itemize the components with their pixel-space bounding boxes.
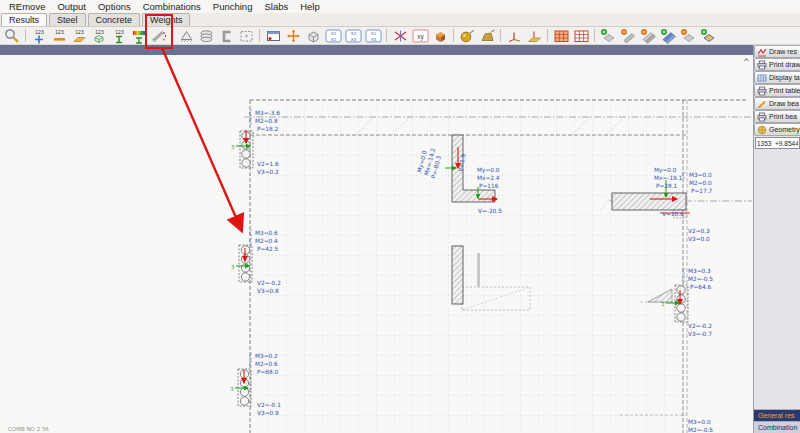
numbers-section-icon[interactable]: 123 xyxy=(109,27,129,44)
support-icon[interactable] xyxy=(176,27,196,44)
section-general-results[interactable]: General res xyxy=(754,409,800,421)
axes-cross-icon[interactable] xyxy=(390,27,410,44)
section-icon[interactable] xyxy=(216,27,236,44)
svg-text:V3=0.0: V3=0.0 xyxy=(688,236,710,242)
drawing-window-titlebar[interactable] xyxy=(0,45,753,55)
svg-text:X2: X2 xyxy=(330,36,336,41)
menu-combinations[interactable]: Combinations xyxy=(137,1,207,12)
application-window: REmove Output Options Combinations Punch… xyxy=(0,0,800,433)
status-combination-text: COMB NO 2 56 xyxy=(8,426,49,432)
tab-steel[interactable]: Steel xyxy=(49,13,86,26)
svg-text:X1: X1 xyxy=(370,31,376,36)
display-table-button[interactable]: Display ta xyxy=(754,71,800,84)
menu-remove[interactable]: REmove xyxy=(3,1,51,12)
panel-body xyxy=(754,150,800,409)
svg-text:V3=0.8: V3=0.8 xyxy=(257,288,279,294)
svg-text:P=64.6: P=64.6 xyxy=(690,284,712,290)
axis-label: 3 xyxy=(230,386,234,392)
svg-text:123: 123 xyxy=(75,28,84,34)
section-combination[interactable]: Combination xyxy=(754,421,800,433)
isometric-icon[interactable] xyxy=(303,27,323,44)
panel-frame-icon[interactable] xyxy=(571,27,591,44)
tab-results[interactable]: Results xyxy=(1,13,47,26)
printer-icon xyxy=(757,60,767,70)
numbers-node-icon[interactable]: 123 xyxy=(29,27,49,44)
printer-icon xyxy=(757,86,767,96)
remove-beam-icon[interactable] xyxy=(618,27,638,44)
svg-text:M3=0.3: M3=0.3 xyxy=(688,268,711,274)
geometry-button[interactable]: Geometry xyxy=(754,123,800,136)
axis-label: 3 xyxy=(661,301,665,307)
view-x1x3-icon[interactable]: X1X3 xyxy=(363,27,383,44)
panel-grid-icon[interactable] xyxy=(551,27,571,44)
svg-text:X3: X3 xyxy=(350,36,356,41)
svg-text:123: 123 xyxy=(115,28,124,34)
svg-text:P=18.2: P=18.2 xyxy=(257,126,279,132)
print-beams-button[interactable]: Print bea xyxy=(754,110,800,123)
menu-slabs[interactable]: Slabs xyxy=(258,1,294,12)
slab-plan-drawing: 3 3 3 3 M3=-3.6 M2=0.8 P=18.2 V2=1.6 V3=… xyxy=(0,55,753,433)
svg-text:P=17.7: P=17.7 xyxy=(691,188,713,194)
print-table-button[interactable]: Print table xyxy=(754,84,800,97)
svg-text:xy: xy xyxy=(417,33,424,41)
menu-options[interactable]: Options xyxy=(92,1,137,12)
tab-concrete[interactable]: Concrete xyxy=(88,13,141,26)
render-cone-icon[interactable] xyxy=(477,27,497,44)
draw-results-button[interactable]: Draw res xyxy=(754,45,800,58)
svg-text:M3=0.0: M3=0.0 xyxy=(688,419,711,425)
results-gradient-icon[interactable] xyxy=(129,27,149,44)
add-slab-icon[interactable] xyxy=(698,27,718,44)
draw-beams-button[interactable]: Draw bea xyxy=(754,97,800,110)
selection-icon[interactable] xyxy=(236,27,256,44)
menu-output[interactable]: Output xyxy=(51,1,92,12)
svg-text:My=0.0: My=0.0 xyxy=(654,167,677,174)
svg-text:M2=-0.5: M2=-0.5 xyxy=(688,276,713,282)
view-x1x2-icon[interactable]: X1X2 xyxy=(323,27,343,44)
table-icon xyxy=(757,73,767,83)
numbers-solid-icon[interactable]: 123 xyxy=(89,27,109,44)
menu-help[interactable]: Help xyxy=(294,1,326,12)
svg-text:M3=0.0: M3=0.0 xyxy=(689,172,712,178)
pencil-icon xyxy=(757,99,767,109)
svg-text:P=116: P=116 xyxy=(479,183,499,189)
add-beams-icon[interactable] xyxy=(658,27,678,44)
svg-text:V3=0.9: V3=0.9 xyxy=(257,410,279,416)
local-axes-icon[interactable] xyxy=(504,27,524,44)
spring-icon[interactable] xyxy=(196,27,216,44)
dimension-lines-icon[interactable] xyxy=(149,27,169,44)
solid-cube-icon[interactable] xyxy=(430,27,450,44)
window-icon[interactable] xyxy=(263,27,283,44)
svg-text:V2=-0.2: V2=-0.2 xyxy=(257,280,281,286)
svg-text:X1: X1 xyxy=(330,31,336,36)
center-wall[interactable] xyxy=(452,246,463,304)
remove-node-icon[interactable] xyxy=(678,27,698,44)
plane-xy-icon[interactable]: xy xyxy=(410,27,430,44)
svg-text:M2=-0.5: M2=-0.5 xyxy=(688,427,713,433)
local-plane-icon[interactable] xyxy=(524,27,544,44)
svg-text:M3=0.2: M3=0.2 xyxy=(255,353,278,359)
view-x2x3-icon[interactable]: X2X3 xyxy=(343,27,363,44)
add-node-icon[interactable] xyxy=(598,27,618,44)
move-icon[interactable] xyxy=(283,27,303,44)
numbers-beam-icon[interactable]: 123 xyxy=(49,27,69,44)
axis-label: 3 xyxy=(231,264,235,270)
right-wall[interactable] xyxy=(612,193,686,210)
remove-beams-icon[interactable] xyxy=(638,27,658,44)
coordinate-field[interactable] xyxy=(755,137,800,149)
svg-text:V=10.6: V=10.6 xyxy=(662,211,684,217)
zoom-icon[interactable] xyxy=(2,27,22,44)
svg-text:M3=0.6: M3=0.6 xyxy=(255,230,278,236)
drawing-canvas[interactable]: 3 3 3 3 M3=-3.6 M2=0.8 P=18.2 V2=1.6 V3=… xyxy=(0,55,753,433)
svg-text:123: 123 xyxy=(35,28,44,34)
tab-weights[interactable]: Weights xyxy=(142,13,190,26)
svg-text:123: 123 xyxy=(95,28,104,34)
render-sphere-icon[interactable] xyxy=(457,27,477,44)
scroll-up-arrow[interactable]: ^ xyxy=(743,58,750,67)
print-drawing-button[interactable]: Print draw xyxy=(754,58,800,71)
menu-punching[interactable]: Punching xyxy=(207,1,259,12)
svg-text:V2=1.6: V2=1.6 xyxy=(257,161,279,167)
svg-text:M3=-3.6: M3=-3.6 xyxy=(255,110,280,116)
numbers-slab-icon[interactable]: 123 xyxy=(69,27,89,44)
svg-text:M2=0.4: M2=0.4 xyxy=(255,238,278,244)
svg-text:P=68.0: P=68.0 xyxy=(257,369,279,375)
